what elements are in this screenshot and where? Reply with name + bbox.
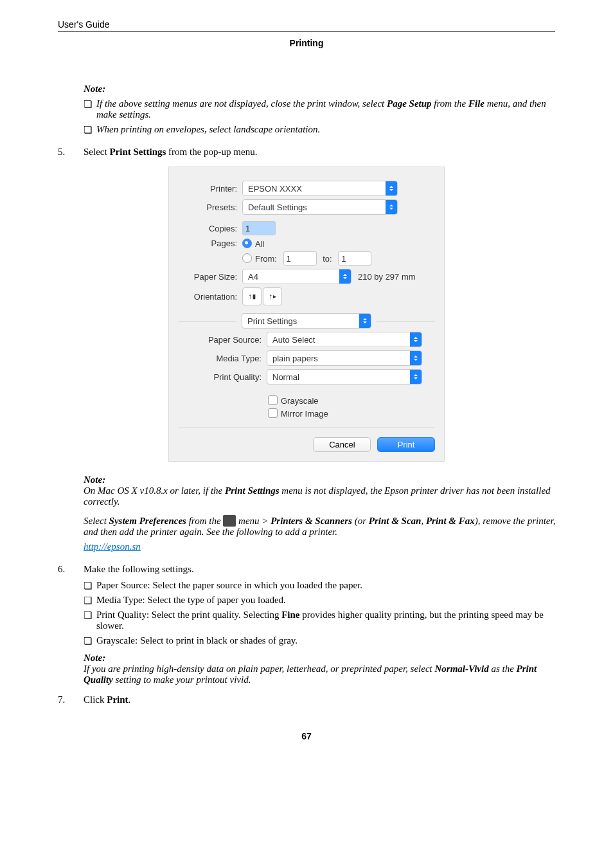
label-orientation: Orientation:	[178, 292, 237, 302]
row-mediatype: Media Type: plain papers	[197, 350, 435, 366]
text: menu >	[236, 516, 271, 526]
step6-item-a: Paper Source: Select the paper source in…	[84, 580, 562, 591]
text: from the	[432, 98, 468, 109]
papersize-select[interactable]: A4	[242, 269, 351, 284]
papersource-select[interactable]: Auto Select	[267, 332, 422, 347]
bold: Page Setup	[387, 98, 432, 109]
printer-value: EPSON XXXX	[243, 184, 386, 194]
subnote-text: If you are printing high-density data on…	[84, 664, 562, 685]
papersize-value: A4	[243, 272, 339, 282]
content: Note: If the above setting menus are not…	[51, 84, 562, 705]
label-presets: Presets:	[178, 203, 237, 212]
section-select[interactable]: Print Settings	[242, 313, 371, 329]
pages-range-option[interactable]: From: 1 to: 1	[242, 251, 371, 266]
pages-all-option[interactable]: All	[242, 239, 371, 249]
row-presets: Presets: Default Settings	[178, 199, 435, 215]
text: If you are printing high-density data on…	[84, 664, 434, 674]
note-label: Note:	[84, 475, 562, 485]
row-printer: Printer: EPSON XXXX	[178, 181, 435, 196]
step-7: 7. Click Print.	[58, 694, 562, 705]
from-input[interactable]: 1	[283, 251, 317, 266]
chevron-down-icon	[359, 314, 371, 328]
landscape-icon: ↑▸	[269, 292, 276, 301]
printquality-select[interactable]: Normal	[267, 369, 422, 384]
mediatype-select[interactable]: plain papers	[267, 350, 422, 366]
chevron-down-icon	[339, 269, 351, 284]
text: as the	[489, 664, 517, 674]
label-all: All	[255, 239, 264, 249]
dialog-section-divider: Print Settings	[178, 313, 435, 329]
bold: Fine	[281, 610, 299, 620]
note1-item-1: If the above setting menus are not displ…	[84, 98, 562, 120]
paper-dimensions: 210 by 297 mm	[358, 272, 416, 282]
label-mirror: Mirror Image	[281, 409, 328, 419]
presets-select[interactable]: Default Settings	[242, 199, 398, 215]
text: On Mac OS X v10.8.x or later, if the	[84, 485, 225, 496]
label-papersize: Paper Size:	[178, 272, 237, 282]
header-rule	[58, 31, 555, 32]
step-body: Make the following settings. Paper Sourc…	[84, 564, 562, 685]
chevron-down-icon	[410, 332, 422, 347]
chevron-down-icon	[386, 181, 397, 195]
text: (or	[352, 516, 369, 526]
portrait-icon: ↑▮	[248, 292, 256, 301]
row-mirror[interactable]: Mirror Image	[268, 408, 435, 419]
grayscale-checkbox[interactable]	[268, 395, 278, 405]
text: Select	[84, 147, 109, 157]
bold: Print Settings	[109, 147, 166, 157]
copies-input[interactable]: 1	[242, 221, 276, 235]
note2-line2: Select System Preferences from the menu …	[84, 515, 562, 538]
step-number: 5.	[58, 147, 84, 158]
mirror-checkbox[interactable]	[268, 408, 278, 418]
epson-link[interactable]: http://epson.sn	[84, 541, 141, 552]
step-body: Click Print.	[84, 694, 562, 705]
row-orientation: Orientation: ↑▮ ↑▸	[178, 287, 435, 305]
text: Media Type: Select the type of paper you…	[96, 595, 286, 605]
orientation-portrait-button[interactable]: ↑▮	[242, 287, 262, 305]
row-pages: Pages: All From: 1 to: 1	[178, 239, 435, 266]
dialog-footer: Cancel Print	[178, 428, 435, 452]
page-number: 67	[51, 731, 562, 741]
presets-value: Default Settings	[243, 203, 386, 212]
row-copies: Copies: 1	[178, 221, 435, 235]
note-label: Note:	[84, 84, 562, 95]
text: Print Quality: Select the print quality.…	[96, 610, 281, 620]
step-6: 6. Make the following settings. Paper So…	[58, 564, 562, 685]
label-printer: Printer:	[178, 184, 237, 194]
printer-select[interactable]: EPSON XXXX	[242, 181, 398, 196]
page: User's Guide Printing Note: If the above…	[0, 0, 613, 767]
radio-all[interactable]	[242, 239, 252, 248]
section-title: Printing	[51, 38, 562, 48]
note1-item-2: When printing on envelopes, select lands…	[84, 124, 562, 135]
step-body: Select Print Settings from the pop-up me…	[84, 147, 562, 158]
orientation-landscape-button[interactable]: ↑▸	[263, 287, 282, 305]
row-papersource: Paper Source: Auto Select	[197, 332, 435, 347]
chevron-down-icon	[410, 351, 422, 365]
note2-line1: On Mac OS X v10.8.x or later, if the Pri…	[84, 485, 562, 507]
label-to: to:	[323, 254, 332, 264]
text: Select	[84, 516, 109, 526]
text: Grayscale: Select to print in black or s…	[96, 635, 298, 646]
print-button[interactable]: Print	[377, 437, 435, 452]
note-block-1: Note: If the above setting menus are not…	[84, 84, 562, 135]
pages-options: All From: 1 to: 1	[242, 239, 371, 266]
row-printquality: Print Quality: Normal	[197, 369, 435, 384]
step6-item-c: Print Quality: Select the print quality.…	[84, 610, 562, 631]
cancel-button[interactable]: Cancel	[313, 437, 371, 452]
label-papersource: Paper Source:	[197, 335, 262, 345]
text: ,	[421, 516, 426, 526]
to-input[interactable]: 1	[338, 251, 371, 266]
bold: File	[468, 98, 484, 109]
note1-list: If the above setting menus are not displ…	[84, 98, 562, 135]
mediatype-value: plain papers	[267, 354, 410, 363]
text: .	[129, 694, 131, 705]
printquality-value: Normal	[267, 372, 410, 382]
copies-value: 1	[245, 224, 250, 233]
section-value: Print Settings	[242, 316, 359, 326]
note-block-2: Note: On Mac OS X v10.8.x or later, if t…	[84, 475, 562, 552]
radio-from[interactable]	[242, 253, 252, 263]
apple-menu-icon	[223, 515, 236, 527]
step6-item-d: Grayscale: Select to print in black or s…	[84, 635, 562, 646]
row-grayscale[interactable]: Grayscale	[268, 395, 435, 406]
row-papersize: Paper Size: A4 210 by 297 mm	[178, 269, 435, 284]
